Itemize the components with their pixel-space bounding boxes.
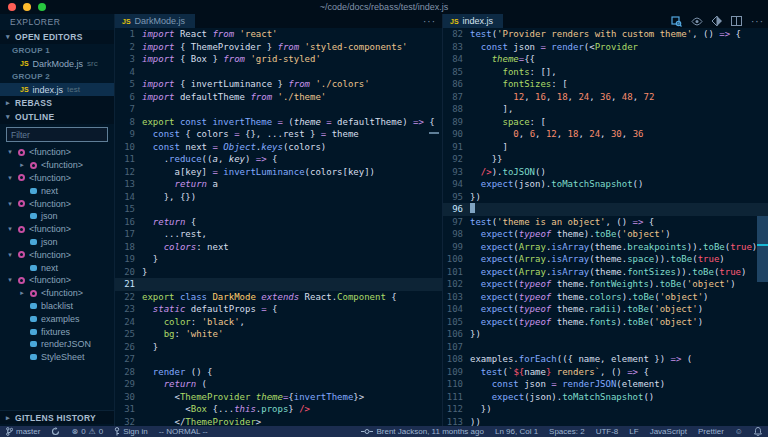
line-number: 103 — [443, 291, 470, 304]
zoom-button[interactable] — [38, 3, 46, 11]
open-editor-item-DarkMode.js[interactable]: JSDarkMode.jssrc — [0, 57, 114, 70]
code-line: 103 expect(typeof theme.colors).toBe('ob… — [443, 291, 768, 304]
outline-item[interactable]: json — [0, 210, 114, 223]
outline-item[interactable]: examples — [0, 312, 114, 325]
vim-mode-indicator[interactable]: -- NORMAL -- — [159, 427, 208, 436]
open-editors-group-label: GROUP 2 — [0, 70, 114, 83]
code-text: </ThemeProvider> — [142, 416, 442, 427]
close-button[interactable] — [8, 3, 16, 11]
indentation-setting[interactable]: Spaces: 2 — [549, 427, 585, 436]
line-number: 104 — [443, 303, 470, 316]
variable-icon — [30, 265, 37, 271]
section-outline[interactable]: ▾ OUTLINE — [0, 110, 114, 124]
line-number: 86 — [443, 78, 470, 91]
outline-item[interactable]: ▸<function> — [0, 159, 114, 172]
code-text: ], — [470, 103, 768, 116]
code-text: expect(typeof theme.radii).toBe('object'… — [470, 303, 768, 316]
minimize-button[interactable] — [23, 3, 31, 11]
code-line: 110 const json = renderJSON(element) — [443, 378, 768, 391]
outline-item[interactable]: blacklist — [0, 300, 114, 313]
notifications-bell-icon[interactable] — [754, 427, 762, 436]
outline-item[interactable]: ▾<function> — [0, 146, 114, 159]
code-text: import React from 'react' — [142, 28, 442, 41]
formatter-indicator[interactable]: Prettier — [698, 427, 724, 436]
outline-item[interactable]: next — [0, 184, 114, 197]
outline-item-label: fixtures — [41, 327, 70, 337]
code-line: 100 expect(Array.isArray(theme.space)).t… — [443, 253, 768, 266]
code-text: .reduce((a, key) => { — [142, 153, 442, 166]
code-line: 15 — [115, 203, 442, 216]
outline-item[interactable]: ▾<function> — [0, 274, 114, 287]
line-number: 105 — [443, 316, 470, 329]
sign-in-button[interactable]: Sign in — [114, 427, 147, 436]
problems-indicator[interactable]: ⊗ 0 ⚠ 0 — [71, 427, 103, 436]
method-icon — [18, 174, 25, 181]
git-branch-indicator[interactable]: master — [6, 427, 40, 436]
code-line: 82test('Provider renders with custom the… — [443, 28, 768, 41]
chevron-down-icon: ▾ — [4, 30, 12, 44]
code-text: }} — [470, 153, 768, 166]
explorer-sidebar: EXPLORER ▾ OPEN EDITORS GROUP 1JSDarkMod… — [0, 14, 115, 426]
outline-item[interactable]: renderJSON — [0, 338, 114, 351]
file-name: DarkMode.js — [33, 59, 84, 69]
code-text: }) — [470, 328, 768, 341]
code-line: 10 const next = Object.keys(colors) — [115, 141, 442, 154]
outline-item[interactable]: ▸<function> — [0, 287, 114, 300]
section-rebass[interactable]: ▸ REBASS — [0, 96, 114, 110]
sync-icon — [51, 427, 60, 436]
section-open-editors[interactable]: ▾ OPEN EDITORS — [0, 30, 114, 44]
variable-icon — [30, 239, 37, 245]
code-text: expect(typeof theme.fonts).toBe('object'… — [470, 316, 768, 329]
outline-filter-input[interactable] — [6, 127, 108, 142]
line-number: 12 — [115, 166, 142, 179]
feedback-smiley-icon[interactable]: ☺ — [735, 427, 743, 436]
outline-item[interactable]: ▾<function> — [0, 223, 114, 236]
line-number: 99 — [443, 241, 470, 254]
tab-index-js[interactable]: JS index.js — [443, 14, 503, 28]
code-text: import { invertLuminance } from './color… — [142, 78, 442, 91]
language-mode[interactable]: JavaScript — [650, 427, 687, 436]
encoding-setting[interactable]: UTF-8 — [596, 427, 619, 436]
line-number: 96 — [443, 203, 470, 216]
editor-actions: ··· — [671, 14, 764, 28]
gitlens-compare-icon[interactable] — [712, 16, 722, 26]
section-gitlens-history[interactable]: ▸ GITLENS HISTORY — [0, 410, 114, 424]
sync-button[interactable] — [51, 427, 60, 436]
code-text: expect(json).toMatchSnapshot() — [470, 178, 768, 191]
line-number: 31 — [115, 403, 142, 416]
code-line: 101 expect(Array.isArray(theme.fontSizes… — [443, 266, 768, 279]
tab-overflow-more-icon[interactable]: ··· — [423, 14, 436, 28]
code-line: 12 a[key] = invertLuminance(colors[key]) — [115, 166, 442, 179]
code-editor-darkmode[interactable]: 1import React from 'react'2import { Them… — [115, 28, 442, 426]
outline-item[interactable]: next — [0, 261, 114, 274]
line-number: 108 — [443, 353, 470, 366]
variable-icon — [30, 354, 37, 360]
line-number: 22 — [115, 291, 142, 304]
more-actions-icon[interactable]: ··· — [751, 16, 764, 27]
scrollbar-thumb[interactable] — [757, 216, 768, 282]
gitlens-blame[interactable]: Brent Jackson, 11 months ago — [361, 427, 483, 436]
outline-item[interactable]: ▾<function> — [0, 197, 114, 210]
variable-icon — [30, 213, 37, 219]
split-editor-icon[interactable] — [731, 16, 742, 26]
code-text: }) — [470, 403, 768, 416]
code-editor-index[interactable]: 82test('Provider renders with custom the… — [443, 28, 768, 426]
outline-item[interactable]: fixtures — [0, 325, 114, 338]
open-editor-item-index.js[interactable]: JSindex.jstest — [0, 83, 114, 96]
eol-setting[interactable]: LF — [629, 427, 638, 436]
js-file-icon: JS — [122, 18, 131, 25]
code-line: 4 — [115, 66, 442, 79]
open-changes-icon[interactable] — [671, 16, 682, 27]
chevron-down-icon: ▾ — [6, 148, 14, 156]
outline-item[interactable]: json — [0, 236, 114, 249]
code-line: 99 expect(Array.isArray(theme.breakpoint… — [443, 241, 768, 254]
toggle-blame-icon[interactable] — [691, 17, 703, 26]
tab-darkmode-js[interactable]: JS DarkMode.js — [115, 14, 195, 28]
line-number: 89 — [443, 116, 470, 129]
outline-item[interactable]: ▾<function> — [0, 172, 114, 185]
cursor-position[interactable]: Ln 96, Col 1 — [495, 427, 538, 436]
code-line: 84 theme={{ — [443, 53, 768, 66]
variable-icon — [30, 329, 37, 335]
outline-item[interactable]: ▾<function> — [0, 248, 114, 261]
outline-item[interactable]: StyleSheet — [0, 351, 114, 364]
